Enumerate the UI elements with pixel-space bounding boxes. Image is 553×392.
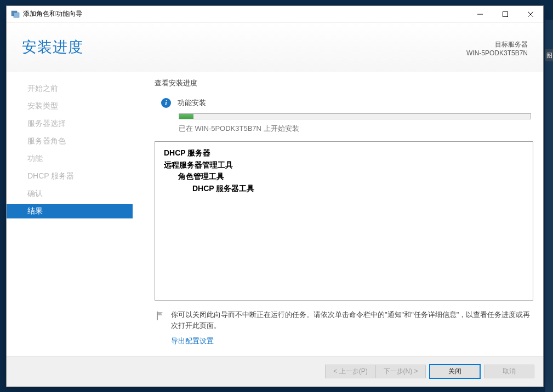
feature-item-1: 远程服务器管理工具: [164, 159, 524, 171]
status-text: 功能安装: [178, 98, 206, 108]
wizard-steps-sidebar: 开始之前安装类型服务器选择服务器角色功能DHCP 服务器确认结果: [7, 78, 133, 349]
sidebar-step-7: 结果: [7, 204, 133, 218]
sidebar-step-5: DHCP 服务器: [7, 169, 133, 183]
svg-rect-1: [14, 13, 19, 18]
feature-item-0: DHCP 服务器: [164, 147, 524, 159]
window-controls: [468, 6, 543, 22]
close-wizard-button[interactable]: 关闭: [430, 365, 480, 378]
progress-section-label: 查看安装进度: [155, 78, 533, 88]
feature-item-2: 角色管理工具: [164, 171, 524, 183]
previous-button: < 上一步(P): [325, 365, 375, 378]
features-listbox: DHCP 服务器远程服务器管理工具角色管理工具DHCP 服务器工具: [155, 141, 533, 301]
next-button: 下一步(N) >: [375, 365, 426, 378]
sidebar-step-4: 功能: [7, 152, 133, 166]
nav-button-group: < 上一步(P) 下一步(N) >: [325, 365, 426, 378]
content-area: 开始之前安装类型服务器选择服务器角色功能DHCP 服务器确认结果 查看安装进度 …: [7, 72, 543, 356]
info-icon: i: [161, 98, 171, 108]
sidebar-step-0: 开始之前: [7, 82, 133, 96]
titlebar: 添加角色和功能向导: [7, 6, 543, 22]
status-detail-text: 已在 WIN-5PODK3T5B7N 上开始安装: [179, 124, 533, 134]
footer-buttonbar: < 上一步(P) 下一步(N) > 关闭 取消: [7, 356, 543, 387]
target-server-name: WIN-5PODK3T5B7N: [466, 49, 528, 57]
sidebar-step-1: 安装类型: [7, 99, 133, 113]
svg-rect-3: [503, 11, 508, 16]
background-tab: 图: [545, 49, 553, 61]
target-server-info: 目标服务器 WIN-5PODK3T5B7N: [466, 40, 528, 57]
close-button[interactable]: [518, 6, 543, 22]
note-text: 你可以关闭此向导而不中断正在运行的任务。请依次单击命令栏中的"通知"和"任务详细…: [171, 309, 533, 331]
main-panel: 查看安装进度 i 功能安装 已在 WIN-5PODK3T5B7N 上开始安装 D…: [133, 78, 533, 349]
target-server-label: 目标服务器: [466, 40, 528, 49]
sidebar-step-3: 服务器角色: [7, 134, 133, 148]
page-title: 安装进度: [22, 37, 83, 57]
wizard-window: 添加角色和功能向导 安装进度 目标服务器 WIN-5PODK3T5B7N 开始之…: [6, 5, 544, 387]
sidebar-step-6: 确认: [7, 187, 133, 201]
feature-item-3: DHCP 服务器工具: [164, 183, 524, 195]
minimize-button[interactable]: [468, 6, 493, 22]
cancel-button: 取消: [484, 365, 534, 378]
export-config-link[interactable]: 导出配置设置: [155, 336, 533, 346]
flag-icon: [155, 310, 166, 321]
header: 安装进度 目标服务器 WIN-5PODK3T5B7N: [7, 22, 543, 72]
window-title: 添加角色和功能向导: [23, 9, 468, 19]
background-stripe: [545, 20, 553, 392]
sidebar-step-2: 服务器选择: [7, 117, 133, 131]
svg-rect-6: [157, 312, 158, 320]
progressbar-fill: [179, 114, 193, 119]
status-row: i 功能安装: [155, 98, 533, 108]
app-icon: [11, 10, 20, 19]
install-progressbar: [179, 113, 531, 119]
maximize-button[interactable]: [493, 6, 518, 22]
note-row: 你可以关闭此向导而不中断正在运行的任务。请依次单击命令栏中的"通知"和"任务详细…: [155, 309, 533, 331]
